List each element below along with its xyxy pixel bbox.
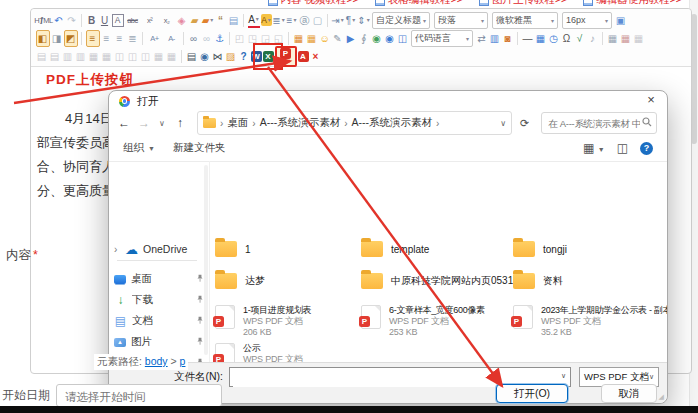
fontsize-increase-icon[interactable]: A+ [147, 31, 163, 46]
first-line-indent-icon[interactable]: ◩ [64, 30, 78, 47]
split-to-rows-icon[interactable]: ▦ [153, 49, 165, 64]
pdf-file-item[interactable]: P2023年上学期助学金公示表 - 副本WPS PDF 文档35.2 KB [513, 305, 667, 338]
special-characters-icon[interactable]: Ω [561, 31, 573, 46]
insert-image-icon[interactable]: ▦ [306, 31, 318, 46]
breadcrumb-segment[interactable]: A---系统演示素材 [260, 116, 341, 130]
blockquote-icon[interactable]: “ [215, 13, 227, 28]
image-float-left-icon[interactable]: ◰ [234, 31, 246, 46]
insert-time-icon[interactable]: ◷ [548, 31, 560, 46]
sidebar-item-图片[interactable]: ▲图片 [114, 332, 206, 352]
direction-rtl-icon[interactable]: ◨ [51, 31, 63, 46]
breadcrumb[interactable]: ›桌面›A---系统演示素材›A---系统演示素材›∨ [197, 111, 512, 135]
folder-item[interactable]: 1 [215, 241, 251, 257]
auto-typeset-icon[interactable]: ▰▾ [202, 13, 214, 28]
align-justify-icon[interactable]: ≣ [127, 31, 139, 46]
split-to-cols-icon[interactable]: ▦ [166, 49, 178, 64]
horizontal-rule-icon[interactable]: — [522, 31, 534, 46]
close-icon[interactable]: × [643, 92, 659, 107]
page-background-icon[interactable]: ◙ [502, 31, 514, 46]
chevron-down-icon[interactable]: ∨ [561, 372, 566, 380]
map-icon[interactable]: ◉ [371, 31, 383, 46]
remove-format-icon[interactable]: ◈ [176, 13, 188, 28]
pdf-export-icon[interactable]: A [298, 51, 309, 62]
sidebar-item-OneDrive[interactable]: ›☁OneDrive [114, 239, 206, 259]
folder-item[interactable]: template [361, 241, 429, 257]
organize-button[interactable]: 组织▼ [123, 141, 155, 155]
insert-col-left-icon[interactable]: ▥ [62, 49, 74, 64]
folder-item[interactable]: 资料 [513, 273, 563, 289]
delete-col-icon[interactable]: ▦ [101, 49, 113, 64]
pdf-file-item[interactable]: P6-文章样本_宽度600像素WPS PDF 文档253 KB [361, 305, 485, 338]
insert-iframe-icon[interactable]: ◫ [397, 31, 409, 46]
element-path-body-link[interactable]: body [145, 355, 168, 367]
pdf-file-item[interactable]: P1-项目进度规划表WPS PDF 文档206 KB [215, 305, 311, 338]
emotion-icon[interactable]: ☺ [319, 31, 331, 46]
start-date-field[interactable] [56, 384, 222, 407]
folder-item[interactable]: 中原科技学院网站内页0531 [361, 273, 513, 289]
table-sort-icon[interactable]: ▥ [489, 31, 501, 46]
tutorial-link[interactable]: 表格编辑教程>> [375, 0, 463, 7]
auto-link-icon[interactable]: ⓐ [299, 13, 311, 28]
help-icon[interactable]: ? [640, 142, 653, 155]
delete-table-icon[interactable]: ▦ [620, 31, 632, 46]
refresh-icon[interactable]: ⟳ [520, 117, 529, 130]
back-button[interactable]: ← [117, 116, 131, 130]
sidebar-item-下载[interactable]: ↓下载 [114, 290, 206, 310]
align-right-icon[interactable]: ≡ [114, 31, 126, 46]
delete-row-icon[interactable]: ▦ [88, 49, 100, 64]
scrawl-icon[interactable]: ✎ [332, 31, 344, 46]
cancel-button[interactable]: 取消 [601, 384, 657, 403]
font-size-select[interactable]: 16px▾ [562, 12, 612, 29]
subscript-icon[interactable]: x₂ [159, 13, 175, 28]
print-icon[interactable]: ▤ [186, 49, 198, 64]
sidebar-item-桌面[interactable]: 桌面 [114, 269, 206, 289]
snapscreen-icon[interactable]: ▨ [225, 49, 237, 64]
clear-doc-icon[interactable]: ▢ [312, 13, 324, 28]
tutorial-link[interactable]: 编辑器使用教程>> [583, 0, 682, 7]
breadcrumb-segment[interactable]: 桌面 [227, 116, 248, 130]
highlight-color-icon[interactable]: A▾ [261, 14, 272, 26]
insert-row-above-icon[interactable]: ▤ [36, 49, 48, 64]
insert-code-icon[interactable]: ⇄ [476, 31, 488, 46]
baidu-map-icon[interactable]: ◉ [384, 31, 396, 46]
paragraph-select[interactable]: 段落▾ [434, 12, 488, 29]
custom-title-select[interactable]: 自定义标题▾ [372, 12, 430, 29]
fullscreen-icon[interactable]: ▣ [615, 13, 627, 28]
direction-ltr-icon[interactable]: ◧ [36, 30, 50, 47]
view-mode-icon[interactable]: ▦ ▼ [583, 141, 605, 155]
strikethrough-icon[interactable]: abc [125, 13, 141, 28]
element-path-p-link[interactable]: p [180, 355, 186, 367]
italic-icon[interactable]: I [36, 13, 48, 28]
simple-upload-icon[interactable]: ▦ [293, 31, 305, 46]
tutorial-link[interactable]: 内容 视频教程>> [268, 0, 359, 7]
font-color-icon[interactable]: A▾ [248, 13, 260, 28]
insert-col-right-icon[interactable]: ▥ [75, 49, 87, 64]
history-dropdown[interactable]: ∨ [157, 119, 167, 128]
formula-icon[interactable]: √ [574, 31, 586, 46]
search-replace-icon[interactable]: ⋈ [212, 49, 224, 64]
tutorial-link[interactable]: 图片上传教程>> [479, 0, 567, 7]
pdf-file-item[interactable]: P公示WPS PDF 文档62.2 KB [215, 343, 303, 363]
anchor-icon[interactable]: ⚓ [214, 31, 226, 46]
font-border-icon[interactable]: A [112, 14, 124, 27]
folder-item[interactable]: tongji [513, 241, 567, 257]
unordered-list-icon[interactable]: ≡▾ [286, 13, 298, 28]
line-height-icon[interactable]: ⇕▾ [358, 13, 370, 28]
help-icon[interactable]: ? [238, 49, 250, 64]
breadcrumb-segment[interactable]: A---系统演示素材 [352, 116, 433, 130]
insert-summary-icon[interactable]: ▤ [228, 13, 240, 28]
clear-all-icon[interactable]: × [310, 49, 322, 64]
superscript-icon[interactable]: x² [142, 13, 158, 28]
merge-down-icon[interactable]: ◫ [140, 49, 152, 64]
table-properties-icon[interactable]: ▦ [633, 31, 645, 46]
code-language-select[interactable]: 代码语言▾ [411, 30, 473, 47]
up-button[interactable]: ↑ [173, 116, 187, 130]
insert-date-icon[interactable]: ▦ [535, 31, 547, 46]
attachment-icon[interactable]: ∮ [358, 31, 370, 46]
format-brush-icon[interactable]: ▰ [189, 13, 201, 28]
audio-icon[interactable]: ♪ [587, 31, 599, 46]
undo-icon[interactable]: ↶ [53, 13, 65, 28]
merge-cells-icon[interactable]: ◫ [114, 49, 126, 64]
expand-chevron-icon[interactable]: › [114, 244, 120, 255]
font-family-select[interactable]: 微软雅黑▾ [492, 12, 558, 29]
